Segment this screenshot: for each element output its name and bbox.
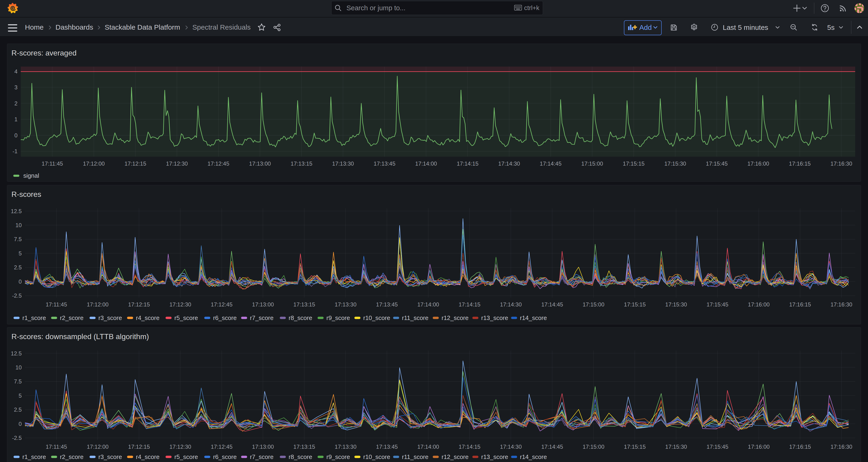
svg-text:10: 10 xyxy=(16,222,22,228)
svg-text:-1: -1 xyxy=(12,148,18,154)
svg-text:17:14:45: 17:14:45 xyxy=(541,443,563,450)
svg-text:10: 10 xyxy=(16,364,22,371)
svg-text:17:16:30: 17:16:30 xyxy=(831,443,852,450)
svg-text:r8_score: r8_score xyxy=(289,314,312,321)
svg-text:17:11:45: 17:11:45 xyxy=(42,160,63,167)
svg-text:17:14:30: 17:14:30 xyxy=(500,443,522,450)
svg-text:r2_score: r2_score xyxy=(60,314,84,321)
svg-text:17:16:15: 17:16:15 xyxy=(789,443,811,450)
svg-text:17:15:00: 17:15:00 xyxy=(581,160,603,167)
svg-text:r1_score: r1_score xyxy=(22,453,46,460)
svg-text:2.5: 2.5 xyxy=(14,264,22,271)
svg-text:-2.5: -2.5 xyxy=(12,292,22,299)
svg-text:17:12:45: 17:12:45 xyxy=(208,160,229,167)
svg-text:17:13:30: 17:13:30 xyxy=(332,160,354,167)
svg-text:17:14:15: 17:14:15 xyxy=(457,160,478,167)
svg-text:r10_score: r10_score xyxy=(363,314,390,321)
svg-text:r13_score: r13_score xyxy=(481,453,508,460)
svg-text:3: 3 xyxy=(14,84,18,91)
svg-text:7.5: 7.5 xyxy=(14,236,22,242)
svg-text:17:12:00: 17:12:00 xyxy=(87,301,108,308)
svg-text:17:12:30: 17:12:30 xyxy=(166,160,188,167)
svg-text:r6_score: r6_score xyxy=(213,314,237,321)
svg-text:r3_score: r3_score xyxy=(98,314,122,321)
svg-text:r2_score: r2_score xyxy=(60,453,84,460)
svg-text:signal: signal xyxy=(23,172,39,179)
svg-text:5: 5 xyxy=(19,250,22,256)
svg-text:17:13:00: 17:13:00 xyxy=(252,443,274,450)
svg-text:17:13:00: 17:13:00 xyxy=(249,160,271,167)
svg-text:17:11:45: 17:11:45 xyxy=(46,301,67,308)
svg-text:2: 2 xyxy=(14,100,18,106)
svg-text:12.5: 12.5 xyxy=(11,208,22,214)
svg-text:r14_score: r14_score xyxy=(520,453,547,460)
svg-text:17:13:45: 17:13:45 xyxy=(376,443,398,450)
svg-text:17:16:30: 17:16:30 xyxy=(831,160,852,167)
svg-text:0: 0 xyxy=(19,421,22,427)
svg-text:17:14:15: 17:14:15 xyxy=(459,301,480,308)
svg-text:r10_score: r10_score xyxy=(363,453,390,460)
svg-text:r6_score: r6_score xyxy=(213,453,237,460)
svg-text:r11_score: r11_score xyxy=(402,314,429,321)
svg-text:17:12:00: 17:12:00 xyxy=(83,160,105,167)
svg-text:17:12:30: 17:12:30 xyxy=(169,443,191,450)
svg-text:12.5: 12.5 xyxy=(11,350,22,357)
svg-text:17:12:30: 17:12:30 xyxy=(169,301,191,308)
svg-text:17:14:15: 17:14:15 xyxy=(459,443,480,450)
svg-text:r12_score: r12_score xyxy=(441,453,469,460)
svg-text:r5_score: r5_score xyxy=(175,314,198,321)
svg-text:17:11:45: 17:11:45 xyxy=(46,443,67,450)
svg-text:17:15:15: 17:15:15 xyxy=(624,443,646,450)
svg-text:r9_score: r9_score xyxy=(327,314,350,321)
svg-text:r3_score: r3_score xyxy=(98,453,122,460)
svg-text:r11_score: r11_score xyxy=(402,453,429,460)
svg-text:17:12:00: 17:12:00 xyxy=(87,443,108,450)
svg-text:17:14:00: 17:14:00 xyxy=(417,443,439,450)
svg-text:17:12:15: 17:12:15 xyxy=(128,443,150,450)
svg-text:0: 0 xyxy=(19,278,22,285)
svg-text:17:12:45: 17:12:45 xyxy=(211,301,232,308)
svg-text:17:16:15: 17:16:15 xyxy=(789,301,811,308)
svg-text:r12_score: r12_score xyxy=(441,314,469,321)
svg-text:17:12:45: 17:12:45 xyxy=(211,443,232,450)
svg-text:r8_score: r8_score xyxy=(289,453,312,460)
svg-text:17:13:45: 17:13:45 xyxy=(374,160,395,167)
svg-text:17:14:00: 17:14:00 xyxy=(415,160,437,167)
svg-text:r7_score: r7_score xyxy=(250,453,274,460)
svg-text:17:16:00: 17:16:00 xyxy=(747,160,769,167)
svg-text:17:14:00: 17:14:00 xyxy=(417,301,439,308)
svg-text:r9_score: r9_score xyxy=(327,453,350,460)
svg-text:17:15:30: 17:15:30 xyxy=(664,160,686,167)
svg-text:17:13:15: 17:13:15 xyxy=(290,160,312,167)
svg-text:17:15:45: 17:15:45 xyxy=(706,160,727,167)
svg-text:4: 4 xyxy=(14,68,18,74)
svg-text:r7_score: r7_score xyxy=(250,314,274,321)
svg-text:r14_score: r14_score xyxy=(520,314,547,321)
svg-text:r5_score: r5_score xyxy=(175,453,198,460)
svg-text:17:13:15: 17:13:15 xyxy=(293,443,315,450)
svg-text:5: 5 xyxy=(19,393,22,399)
svg-text:17:15:15: 17:15:15 xyxy=(623,160,644,167)
svg-text:17:15:45: 17:15:45 xyxy=(707,443,728,450)
svg-text:17:14:45: 17:14:45 xyxy=(540,160,561,167)
svg-text:17:16:15: 17:16:15 xyxy=(789,160,811,167)
svg-text:R-scores: averaged: R-scores: averaged xyxy=(11,49,76,57)
svg-text:17:15:45: 17:15:45 xyxy=(707,301,728,308)
svg-text:17:12:15: 17:12:15 xyxy=(128,301,150,308)
svg-text:17:13:15: 17:13:15 xyxy=(293,301,315,308)
svg-text:17:12:15: 17:12:15 xyxy=(124,160,146,167)
svg-text:r4_score: r4_score xyxy=(136,314,159,321)
svg-text:r1_score: r1_score xyxy=(22,314,46,321)
svg-text:17:15:30: 17:15:30 xyxy=(665,443,687,450)
svg-text:7.5: 7.5 xyxy=(14,378,22,384)
svg-text:R-scores: R-scores xyxy=(11,190,41,198)
svg-text:-2.5: -2.5 xyxy=(12,435,22,441)
svg-text:17:13:45: 17:13:45 xyxy=(376,301,398,308)
svg-text:17:16:00: 17:16:00 xyxy=(748,301,770,308)
svg-text:0: 0 xyxy=(14,132,18,138)
svg-text:17:14:30: 17:14:30 xyxy=(500,301,522,308)
svg-text:17:13:00: 17:13:00 xyxy=(252,301,274,308)
svg-text:17:14:45: 17:14:45 xyxy=(541,301,563,308)
svg-text:17:16:30: 17:16:30 xyxy=(831,301,852,308)
svg-text:17:15:00: 17:15:00 xyxy=(583,443,604,450)
